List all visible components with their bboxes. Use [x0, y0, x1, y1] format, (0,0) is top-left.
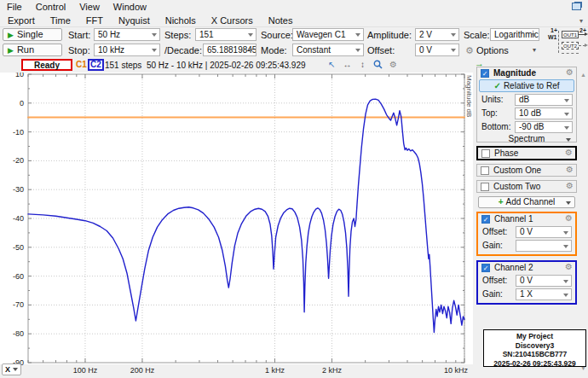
x-axis-button[interactable]: X — [2, 363, 21, 375]
out2-arrow-icon — [585, 44, 588, 47]
gear-icon[interactable]: ⚙ — [565, 262, 573, 271]
phase-checkbox[interactable] — [481, 149, 490, 158]
run-button[interactable]: ▶Run — [3, 44, 62, 56]
svg-text:0: 0 — [20, 99, 24, 108]
top-label: Top: — [481, 108, 498, 118]
channel2-checkbox[interactable]: ✓ — [481, 264, 490, 272]
gear-icon[interactable]: ⚙ — [566, 165, 574, 174]
phase-section: Phase ⚙ — [476, 146, 577, 160]
amplitude-select[interactable]: 2 V — [415, 28, 459, 41]
restore-window-icon[interactable] — [572, 3, 581, 10]
bode-plot[interactable]: 100-10-20-30-40-50-60-70-80-90100 Hz200 … — [0, 73, 473, 378]
tab-nyquist[interactable]: Nyquist — [111, 15, 158, 26]
plot-toolbar: ↖ ↔ ↕ ⚙ — [326, 59, 399, 70]
svg-text:-60: -60 — [13, 272, 24, 281]
channel1-gain-select[interactable] — [516, 240, 572, 252]
magnitude-checkbox[interactable]: ✓ — [481, 69, 489, 78]
custom-two-label: Custom Two — [493, 182, 540, 191]
gear-icon[interactable]: ⚙ — [566, 67, 574, 77]
fit-height-icon[interactable]: ↕ — [357, 59, 368, 70]
menu-view[interactable]: View — [72, 1, 107, 13]
chevron-down-icon — [563, 231, 568, 235]
options-button[interactable]: ⚙ Options — [465, 45, 509, 56]
tab-nichols[interactable]: Nichols — [158, 15, 204, 26]
svg-text:-70: -70 — [13, 300, 24, 309]
tab-notes[interactable]: Notes — [261, 15, 301, 26]
status-bar: Ready C1 C2 151 steps 50 Hz - 10 kHz | 2… — [0, 58, 473, 73]
magnitude-chart[interactable]: 100-10-20-30-40-50-60-70-80-90100 Hz200 … — [0, 73, 473, 378]
start-select[interactable]: 50 Hz — [94, 28, 160, 41]
device-name: Discovery3 — [484, 341, 585, 351]
sweep-toolbar: ▶Single ▶Run Start: 50 Hz Stop: 10 kHz S… — [0, 27, 588, 58]
channel2-offset-select[interactable]: 0 V — [516, 275, 572, 287]
gear-icon: ⚙ — [465, 45, 474, 55]
scale-label: Scale: — [464, 30, 490, 40]
channel1-checkbox[interactable]: ✓ — [481, 215, 490, 224]
magnitude-label: Magnitude — [493, 68, 536, 78]
chevron-down-icon — [248, 33, 253, 37]
tab-x-cursors[interactable]: X Cursors — [204, 15, 261, 26]
toolbar-overflow-icon[interactable]: ▾ — [579, 17, 583, 25]
custom-two-section: Custom Two ⚙ — [476, 180, 577, 193]
svg-text:100 Hz: 100 Hz — [73, 366, 98, 375]
tab-export[interactable]: Export — [0, 15, 43, 26]
plot-settings-gear-icon[interactable]: ⚙ — [388, 59, 399, 70]
probe-2plus-label: 2+ — [579, 27, 586, 33]
probe-1plus-label: 1+ — [551, 27, 557, 33]
stop-select[interactable]: 10 kHz — [94, 44, 160, 56]
status-ready-badge: Ready — [21, 59, 72, 71]
channels-panel: → ▲ ▼ ✓ Magnitude ⚙ ✓Relative to Ref Uni… — [473, 58, 588, 378]
source-select[interactable]: Wavegen C1 — [292, 28, 364, 41]
chevron-down-icon — [564, 99, 569, 102]
tab-time[interactable]: Time — [43, 15, 78, 26]
pointer-tool-icon[interactable]: ↖ — [326, 59, 337, 70]
spectrum-section-header[interactable]: Spectrum — [477, 134, 576, 145]
channel2-tag[interactable]: C2 — [88, 59, 104, 71]
menu-file[interactable]: File — [0, 1, 29, 13]
wire-extra — [562, 53, 579, 54]
wavegen-wiring-diagram: 1+ W1 OUT1 2+ OUT2 — [542, 27, 588, 56]
channel1-tag[interactable]: C1 — [76, 60, 87, 69]
chevron-down-icon — [566, 201, 571, 205]
svg-text:10 kHz: 10 kHz — [444, 366, 469, 375]
fit-width-icon[interactable]: ↔ — [342, 59, 353, 70]
single-button[interactable]: ▶Single — [3, 28, 62, 41]
menu-control[interactable]: Control — [29, 1, 72, 13]
wire-bus — [558, 31, 559, 53]
decade-select[interactable]: 65.18819845 — [203, 44, 257, 56]
svg-text:-80: -80 — [13, 329, 24, 338]
chevron-down-icon — [152, 33, 157, 37]
scale-select[interactable]: Logarithmic — [490, 28, 539, 41]
channel2-offset-label: Offset: — [482, 276, 507, 285]
steps-select[interactable]: 151 — [195, 28, 257, 41]
tab-fft[interactable]: FFT — [78, 15, 111, 26]
plus-icon: + — [499, 197, 504, 206]
channel1-gain-label: Gain: — [482, 241, 503, 250]
add-channel-button[interactable]: +Add Channel — [478, 196, 575, 208]
channel2-gain-select[interactable]: 1 X — [516, 288, 572, 300]
chevron-down-icon — [564, 126, 569, 130]
gear-icon[interactable]: ⚙ — [565, 213, 573, 223]
offset-select[interactable]: 0 V — [415, 44, 459, 56]
chevron-down-icon — [566, 138, 571, 142]
gear-icon[interactable]: ⚙ — [566, 181, 574, 190]
units-select[interactable]: dB — [515, 94, 573, 106]
scroll-up-icon[interactable]: ▲ — [580, 72, 586, 78]
bottom-label: Bottom: — [481, 122, 510, 131]
chevron-down-icon — [563, 280, 568, 283]
channel1-label: Channel 1 — [494, 214, 533, 224]
zoom-tool-icon[interactable] — [372, 59, 383, 70]
gear-icon[interactable]: ⚙ — [565, 148, 573, 157]
options-chevron-icon[interactable]: ▾ — [533, 46, 536, 54]
custom-two-checkbox[interactable] — [481, 183, 489, 191]
relative-to-ref-button[interactable]: ✓Relative to Ref — [479, 79, 574, 92]
custom-one-checkbox[interactable] — [481, 166, 489, 175]
channel1-offset-select[interactable]: 0 V — [516, 226, 572, 238]
steps-label: Steps: — [164, 30, 191, 40]
bottom-select[interactable]: -90 dB — [515, 121, 573, 133]
start-label: Start: — [68, 30, 90, 40]
top-select[interactable]: 10 dB — [515, 108, 573, 119]
menu-window[interactable]: Window — [107, 1, 153, 13]
svg-text:-50: -50 — [13, 243, 24, 252]
mode-select[interactable]: Constant — [292, 44, 364, 56]
